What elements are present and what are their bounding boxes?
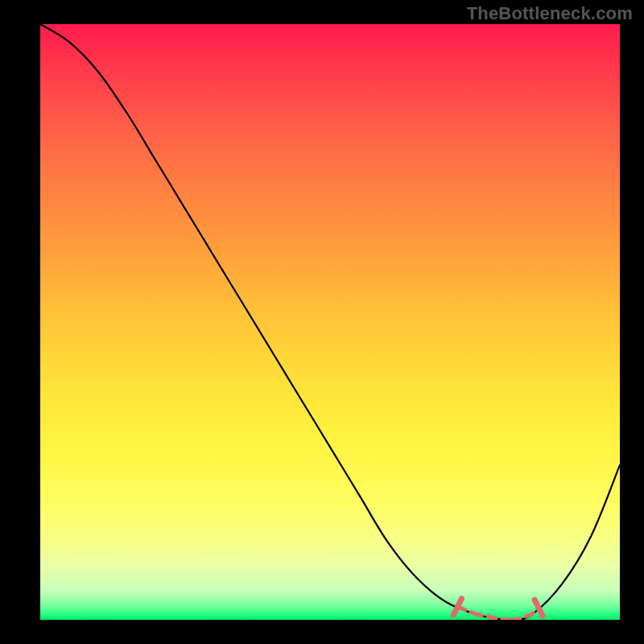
attribution-text: TheBottleneck.com: [467, 3, 633, 24]
chart-svg: [40, 24, 620, 620]
chart-plot-area: [40, 24, 620, 620]
highlight-dashed-segment: [457, 607, 539, 620]
bottleneck-curve: [40, 24, 620, 620]
